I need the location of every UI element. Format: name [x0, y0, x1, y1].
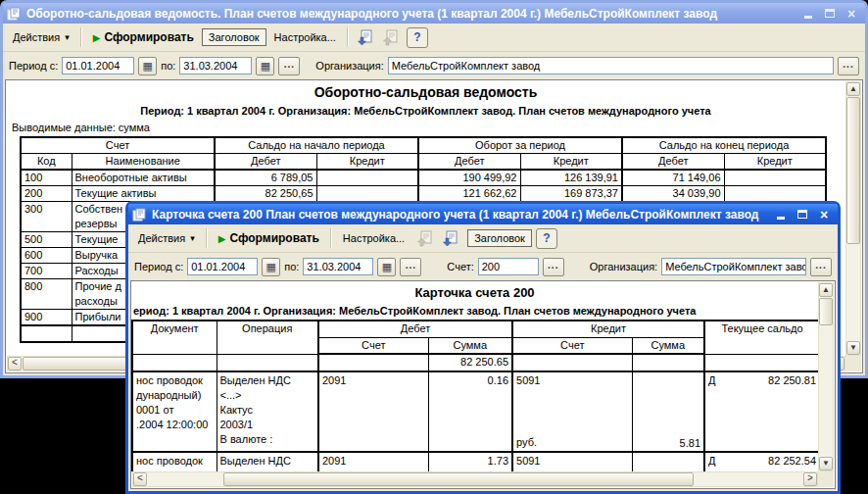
organization-browse-button[interactable]: ...: [838, 57, 859, 75]
actions-label: Действия: [13, 31, 60, 43]
calendar-to-button[interactable]: ▦: [256, 57, 274, 75]
col-header: Наименование: [72, 154, 215, 171]
save-values-button[interactable]: [379, 25, 403, 49]
play-icon: ▶: [218, 233, 226, 244]
col-header-running-balance: Текущее сальдо: [704, 321, 818, 354]
document-line: .2004 12:00:00: [136, 418, 214, 432]
cell-credit-amount: [632, 452, 704, 471]
col-header: Кредит: [316, 154, 418, 171]
scroll-up-button[interactable]: ▲: [819, 283, 833, 297]
period-from-input[interactable]: 01.01.2004: [62, 57, 134, 74]
header-toggle-button[interactable]: Заголовок: [467, 229, 532, 247]
restore-values-button[interactable]: [354, 25, 377, 49]
generate-button[interactable]: ▶ Сформировать: [213, 227, 325, 249]
calendar-icon: ▦: [266, 262, 276, 272]
report-window-icon: [132, 208, 148, 222]
minimize-button[interactable]: [798, 6, 818, 22]
actions-menu-button[interactable]: Действия ▾: [132, 228, 201, 248]
period-browse-button[interactable]: ...: [400, 258, 421, 276]
cell-running-balance: Д 82 252.54: [704, 452, 818, 471]
col-header: Дебет: [418, 154, 520, 171]
report-area-account-card: Карточка счета 200 ериод: 1 квартал 2004…: [130, 280, 836, 489]
calendar-to-button[interactable]: ▦: [377, 258, 396, 276]
cell-code: 300: [21, 202, 72, 232]
period-from-input[interactable]: 01.01.2004: [187, 258, 258, 275]
settings-button[interactable]: Настройка...: [268, 27, 342, 47]
header-toggle-button[interactable]: Заголовок: [202, 28, 266, 46]
calendar-icon: ▦: [382, 262, 392, 272]
cell-value: [316, 170, 418, 186]
play-icon: ▶: [93, 32, 101, 43]
organization-browse-button[interactable]: ...: [810, 258, 832, 276]
save-values-button[interactable]: [412, 226, 436, 250]
settings-button[interactable]: Настройка...: [337, 228, 410, 248]
scroll-right-button[interactable]: >: [803, 472, 817, 486]
cell-running-balance: Д 82 250.81: [704, 371, 818, 452]
maximize-button[interactable]: [820, 6, 840, 22]
scroll-thumb[interactable]: [223, 472, 694, 486]
help-button[interactable]: ?: [536, 228, 557, 249]
generate-button[interactable]: ▶ Сформировать: [87, 26, 200, 48]
restore-values-button[interactable]: [438, 226, 461, 250]
calendar-from-button[interactable]: ▦: [138, 57, 157, 75]
scroll-down-button[interactable]: ▼: [846, 341, 860, 355]
scroll-thumb[interactable]: [819, 298, 833, 325]
help-button[interactable]: ?: [407, 27, 428, 48]
scroll-down-button[interactable]: ▼: [819, 457, 833, 470]
operation-line: <...>: [220, 388, 315, 403]
generate-label: Сформировать: [229, 231, 318, 245]
actions-menu-button[interactable]: Действия ▾: [7, 27, 75, 47]
cell-value: 6 789,05: [215, 170, 316, 186]
scroll-thumb[interactable]: [846, 97, 860, 244]
period-browse-button[interactable]: ...: [278, 57, 300, 75]
scroll-up-button[interactable]: ▲: [846, 82, 860, 96]
col-header-credit: Кредит: [512, 321, 704, 337]
horizontal-scrollbar[interactable]: < >: [132, 471, 818, 487]
minimize-button[interactable]: [771, 207, 791, 222]
caption-buttons: ×: [771, 207, 834, 222]
doc-arrow-down-icon: [357, 29, 373, 46]
scroll-left-button[interactable]: <: [133, 472, 147, 486]
window-title: Оборотно-сальдовая ведомость. План счето…: [26, 7, 795, 21]
group-header-turnover: Оборот за период: [418, 137, 622, 154]
toolbar-turnover-balance: Действия ▾ ▶ Сформировать Заголовок Наст…: [3, 24, 865, 52]
maximize-button[interactable]: [793, 207, 812, 222]
period-to-input[interactable]: 31.03.2004: [179, 57, 252, 74]
vertical-scrollbar[interactable]: ▲ ▼: [818, 282, 834, 471]
doc-arrow-up-icon: [382, 29, 399, 46]
organization-label: Организация:: [315, 60, 383, 72]
cell-value: 34 039,90: [622, 186, 724, 202]
calendar-icon: ▦: [143, 61, 153, 72]
calendar-from-button[interactable]: ▦: [262, 258, 280, 276]
period-from-label: Период с:: [134, 261, 183, 272]
table-row: 100 Внеоборотные активы 6 789,05 190 499…: [21, 170, 826, 186]
cell-debit-amount: 82 250.65: [428, 354, 512, 371]
cell-operation: Выделен НДС <...>: [217, 452, 318, 471]
close-button[interactable]: ×: [842, 6, 861, 22]
cell-value: 169 873,37: [520, 186, 622, 202]
cell-credit-account: 5091: [512, 452, 632, 471]
vertical-scrollbar[interactable]: ▲ ▼: [845, 81, 861, 356]
titlebar-turnover-balance[interactable]: Оборотно-сальдовая ведомость. План счето…: [3, 3, 865, 24]
operation-line: В валюте :: [220, 432, 315, 447]
cell-code: 900: [21, 310, 72, 326]
col-header-amount: Сумма: [428, 337, 512, 354]
scroll-left-button[interactable]: <: [8, 357, 22, 370]
titlebar-account-card[interactable]: Карточка счета 200 План счетов междунаро…: [128, 204, 838, 224]
scrollbar-corner: [818, 471, 834, 487]
close-button[interactable]: ×: [814, 207, 834, 222]
organization-input[interactable]: МебельСтройКомплект завод: [661, 258, 806, 275]
credit-account-line: 5091: [516, 373, 629, 388]
document-line: нос проводок: [136, 373, 214, 388]
organization-input[interactable]: МебельСтройКомплект завод: [388, 57, 834, 74]
account-browse-button[interactable]: ...: [543, 258, 564, 276]
maximize-icon: [797, 210, 807, 219]
cell-running-balance: [704, 354, 818, 371]
cell-value: 121 662,62: [418, 186, 520, 202]
period-to-input[interactable]: 31.03.2004: [303, 258, 373, 275]
cell-operation: Выделен НДС <...> Кактус 2003/1 В валюте…: [217, 371, 318, 452]
account-input[interactable]: 200: [478, 258, 539, 275]
operation-line: Выделен НДС: [220, 373, 315, 388]
toolbar-separator: [347, 27, 349, 47]
document-line: дународный): [136, 388, 214, 403]
